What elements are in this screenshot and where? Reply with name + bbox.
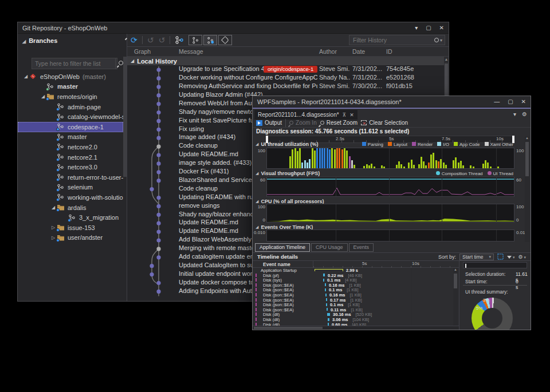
maximize-icon[interactable]: ▢ — [426, 25, 431, 31]
section-expander-icon[interactable]: ◢ — [256, 199, 258, 204]
event-duration-bar — [326, 303, 327, 306]
event-row[interactable]: Disk (dll)3.06 ms[104 KB] — [253, 317, 452, 322]
minimize-icon[interactable]: — — [494, 98, 500, 105]
events-table: Application Startup2.99 sDisk (pf)0.22 m… — [253, 268, 452, 327]
commit-message: remove usings — [179, 202, 220, 209]
sidebar-item-issue-153[interactable]: ▷issue-153 — [18, 223, 123, 233]
event-row[interactable]: Disk (json::$EA)0.1 ms[1 KB] — [253, 287, 452, 292]
filter-button[interactable]: ▾ — [507, 254, 514, 260]
remote-status-dot — [56, 168, 60, 172]
sidebar-item-ardalis[interactable]: ◢ardalis — [18, 203, 123, 213]
maximize-icon[interactable]: ▢ — [508, 98, 513, 105]
commit-message: Code cleanup — [179, 142, 218, 149]
sidebar-item-eshoponweb[interactable]: ◢eShopOnWeb(master) — [18, 72, 123, 82]
output-button[interactable]: Output — [256, 120, 282, 126]
branch-label: user/andster — [68, 234, 103, 241]
sidebar-item-master[interactable]: master — [18, 132, 123, 142]
close-icon[interactable]: ✕ — [521, 98, 526, 105]
remote-status-dot — [56, 158, 60, 161]
tree-expander-icon[interactable]: ◢ — [22, 74, 29, 79]
ruler-label: 5s — [362, 261, 367, 266]
sidebar-item-catalog-viewmodel-s[interactable]: catalog-viewmodel-s — [18, 112, 123, 122]
event-row[interactable]: Disk (dll)30.16 ms[520 KB] — [253, 312, 452, 317]
git-window-title: Git Repository - eShopOnWeb — [22, 25, 107, 31]
sidebar-item-codespace-1[interactable]: codespace-1 — [18, 122, 123, 132]
sidebar-scrollbar-thumb[interactable] — [123, 57, 127, 177]
event-row[interactable]: Disk (json::$EA)0.16 ms[1 KB] — [253, 292, 452, 298]
event-row[interactable]: Disk (sys)0.1 ms[4 KB] — [253, 278, 452, 283]
commit-message: Updated CatalogItem to supp — [179, 262, 261, 268]
horizontal-scrollbar[interactable] — [253, 326, 459, 330]
plot-cpu[interactable] — [266, 204, 514, 223]
branch-badge[interactable]: origin/codespace-1 — [264, 66, 317, 73]
event-marker — [256, 293, 257, 296]
section-expander-icon[interactable]: ◢ — [256, 142, 258, 146]
sidebar-item-user-andster[interactable]: ▷user/andster — [18, 233, 123, 243]
tab-list-dropdown-icon[interactable]: ▾ — [513, 111, 516, 117]
clear-selection-button[interactable]: Clear Selection — [361, 120, 408, 126]
section-header-visual-throughput[interactable]: ◢Visual throughput (FPS)Composition Thre… — [253, 170, 513, 177]
commit-row[interactable]: Docker working without Configure Configu… — [127, 74, 444, 82]
selection-handle-left[interactable] — [266, 136, 268, 143]
selection-handle-right[interactable] — [512, 136, 514, 143]
commit-row[interactable]: Removing AuthService and fixing Dockerfi… — [127, 82, 444, 91]
plot-events-over-time[interactable] — [266, 229, 514, 241]
close-icon[interactable]: ✕ — [439, 25, 444, 31]
sidebar-item-netcore2-1[interactable]: netcore2.1 — [18, 152, 123, 163]
commit-row[interactable]: Upgrade to use Specification 4.0....orig… — [127, 65, 444, 74]
scroll-up-icon[interactable]: ▲ — [525, 136, 529, 140]
git-window-titlebar[interactable]: Git Repository - eShopOnWeb ▾ ▢ ✕ — [18, 22, 449, 34]
sort-select[interactable]: Start time▾ — [459, 254, 494, 260]
event-row[interactable]: Disk (json::$EA)0.17 ms[1 KB] — [253, 298, 452, 303]
wpf-window-titlebar[interactable]: WPFSamples - Report20211014-0434.diagses… — [253, 96, 531, 108]
sidebar-item-remotes-origin[interactable]: ◢remotes/origin — [18, 92, 123, 102]
events-scrollbar[interactable]: ▲ — [453, 268, 458, 327]
tab-cpu-usage[interactable]: CPU Usage — [311, 243, 348, 252]
tab-application-timeline[interactable]: Application Timeline — [255, 243, 310, 252]
zoom-in-button[interactable]: Zoom In — [289, 120, 317, 126]
gridline — [496, 230, 497, 241]
select-region-icon[interactable] — [497, 254, 504, 260]
pin-icon[interactable]: ⊼ — [343, 112, 347, 118]
plot-visual-throughput[interactable] — [266, 177, 514, 197]
reset-zoom-button[interactable]: Reset Zoom — [320, 120, 358, 126]
event-row[interactable]: Disk (pf)0.22 ms[46 KB] — [253, 273, 452, 278]
event-row[interactable]: Disk (json::$EA)0.11 ms[1 KB] — [253, 307, 452, 312]
legend-label: UI Thread — [493, 171, 513, 176]
scroll-up-icon[interactable]: ▲ — [454, 268, 457, 271]
commit-message: Code cleanup — [179, 185, 218, 192]
sidebar-item-3-x-migration[interactable]: 3_x_migration — [18, 212, 123, 223]
branch-label: eShopOnWeb — [40, 73, 80, 80]
sidebar-item-selenium[interactable]: selenium — [18, 183, 123, 193]
sidebar-item-netcore2-0[interactable]: netcore2.0 — [18, 142, 123, 152]
event-row[interactable]: Disk (json::$EA)0.16 ms[1 KB] — [253, 283, 452, 288]
event-row[interactable]: Application Startup2.99 s — [253, 268, 452, 273]
settings-button[interactable]: ⚙ ▾ — [518, 254, 526, 260]
events-scrollbar-thumb[interactable] — [454, 274, 457, 288]
horizontal-scrollbar-thumb[interactable] — [254, 327, 323, 329]
window-dropdown-icon[interactable]: ▾ — [415, 25, 418, 31]
charts-scrollbar-thumb[interactable] — [525, 142, 529, 176]
sidebar-item-netcore3-0[interactable]: netcore3.0 — [18, 162, 123, 172]
section-header-ui-thread-utilization[interactable]: ◢UI thread utilization (%)ParsingLayoutR… — [253, 141, 513, 148]
sidebar-item-working-with-solutio[interactable]: working-with-solutio — [18, 192, 123, 203]
event-name-column[interactable]: Event name — [263, 262, 290, 267]
section-expander-icon[interactable]: ◢ — [256, 225, 258, 229]
plot-ui-thread-utilization[interactable] — [266, 148, 514, 169]
sidebar-item-return-error-to-user-[interactable]: return-error-to-user- — [18, 172, 123, 183]
charts-scrollbar[interactable]: ▲ — [525, 136, 529, 242]
legend-swatch — [362, 142, 366, 146]
sidebar-item-master[interactable]: master — [18, 82, 123, 92]
legend-label: App Code — [459, 142, 480, 147]
scroll-up-icon[interactable]: ▲ — [444, 57, 449, 62]
y-axis-label: 60 — [254, 177, 265, 183]
ruler-label: 10s — [412, 261, 419, 266]
chart-bar — [403, 167, 405, 169]
sidebar-item-admin-page[interactable]: admin-page — [18, 102, 123, 112]
gear-icon[interactable]: ⚙ — [522, 111, 527, 117]
event-row[interactable]: Disk (json::$EA)0.1 ms[1 KB] — [253, 302, 452, 307]
tab-close-icon[interactable]: ✕ — [349, 112, 354, 118]
event-search-box[interactable] — [463, 262, 527, 268]
section-expander-icon[interactable]: ◢ — [256, 171, 258, 176]
tab-events[interactable]: Events — [349, 243, 374, 252]
